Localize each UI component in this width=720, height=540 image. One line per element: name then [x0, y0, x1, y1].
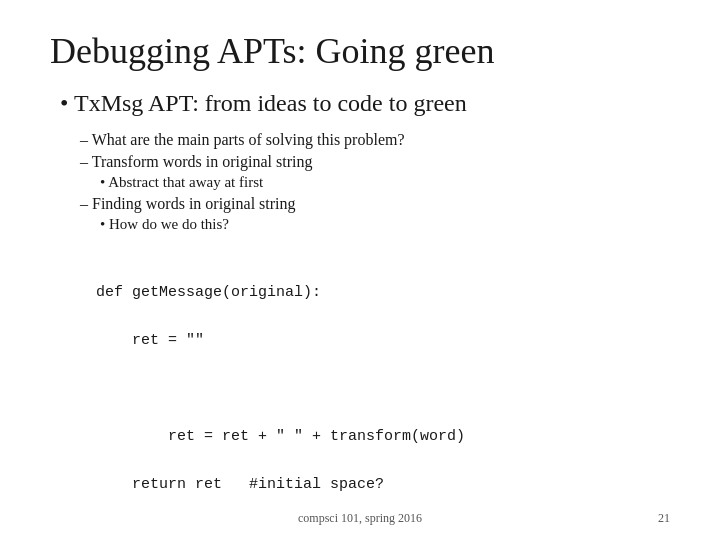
code-line-2: ret = "" [96, 332, 204, 349]
code-line-1: def getMessage(original): [96, 284, 321, 301]
main-bullet-list: TxMsg APT: from ideas to code to green [50, 90, 670, 117]
code-line-4: return ret #initial space? [96, 476, 384, 493]
sub-sub-list-2: How do we do this? [100, 216, 670, 233]
slide: Debugging APTs: Going green TxMsg APT: f… [0, 0, 720, 540]
sub-sub-item-2: How do we do this? [100, 216, 670, 233]
sub-sub-list-1: Abstract that away at first [100, 174, 670, 191]
footer: compsci 101, spring 2016 21 [0, 511, 720, 526]
footer-center-text: compsci 101, spring 2016 [298, 511, 422, 526]
sub-item-3: Finding words in original string How do … [80, 195, 670, 233]
main-bullet-item: TxMsg APT: from ideas to code to green [60, 90, 670, 117]
sub-item-1: What are the main parts of solving this … [80, 131, 670, 149]
code-block: def getMessage(original): ret = "" ret =… [60, 257, 670, 521]
sub-sub-item-1: Abstract that away at first [100, 174, 670, 191]
sub-item-list: What are the main parts of solving this … [80, 131, 670, 233]
slide-title: Debugging APTs: Going green [50, 30, 670, 72]
footer-page-number: 21 [658, 511, 670, 526]
main-bullet-text: TxMsg APT: from ideas to code to green [74, 90, 467, 116]
sub-item-2: Transform words in original string Abstr… [80, 153, 670, 191]
code-line-3: ret = ret + " " + transform(word) [96, 428, 465, 445]
